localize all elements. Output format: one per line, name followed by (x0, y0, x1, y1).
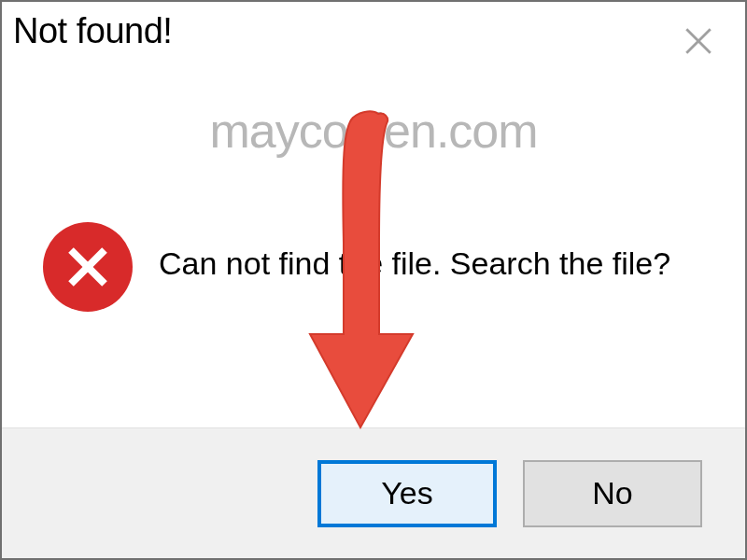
close-button[interactable] (676, 19, 721, 63)
dialog-body: Can not find the file. Search the file? (2, 69, 745, 427)
dialog-title: Not found! (13, 11, 172, 51)
titlebar: Not found! (2, 2, 745, 69)
button-bar: Yes No (2, 427, 745, 558)
no-button[interactable]: No (523, 460, 702, 527)
dialog-window: Not found! maycodien.com Can not find th… (0, 0, 747, 560)
close-icon (683, 25, 714, 57)
dialog-message: Can not find the file. Search the file? (159, 244, 670, 284)
yes-button[interactable]: Yes (317, 460, 497, 527)
error-icon (43, 222, 133, 312)
